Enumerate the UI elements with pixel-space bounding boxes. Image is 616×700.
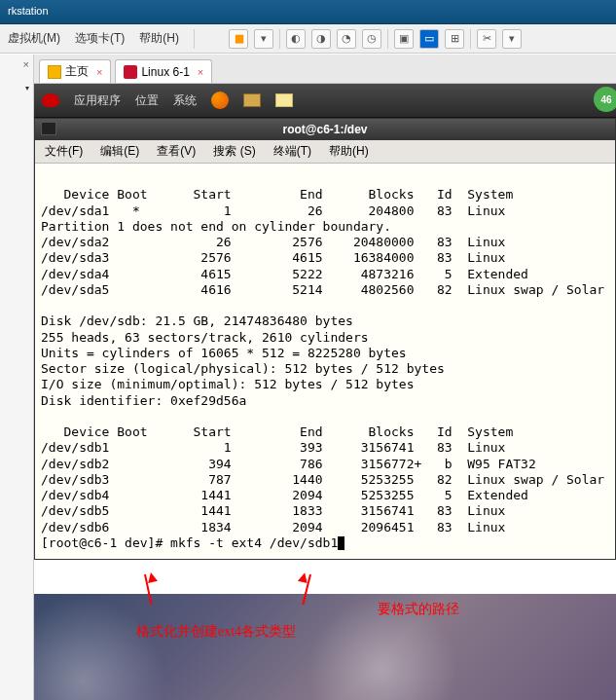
view-button[interactable]: ▣ — [394, 29, 414, 49]
close-icon[interactable]: × — [96, 66, 102, 78]
separator — [470, 29, 471, 49]
terminal-icon — [41, 122, 56, 135]
vmware-menu-bar: 虚拟机(M) 选项卡(T) 帮助(H) ▮▮ ▾ ◐ ◑ ◔ ◷ ▣ ▭ ⊞ ✂… — [0, 24, 616, 54]
notes-icon[interactable] — [275, 93, 293, 107]
terminal-title-bar[interactable]: root@c6-1:/dev — [35, 119, 615, 140]
terminal-menu-bar: 文件(F) 编辑(E) 查看(V) 搜索 (S) 终端(T) 帮助(H) — [35, 140, 615, 164]
nautilus-icon[interactable] — [243, 93, 261, 107]
title-text: rkstation — [8, 5, 49, 17]
manage-button[interactable]: ◷ — [362, 29, 381, 49]
gnome-panel: 应用程序 位置 系统 — [34, 84, 616, 118]
annotation-text-left: 格式化并创建ext4各式类型 — [136, 623, 296, 641]
term-menu-edit[interactable]: 编辑(E) — [100, 143, 139, 160]
clock-button[interactable]: ◔ — [337, 29, 356, 49]
badge-count: 46 — [600, 94, 611, 105]
expand-sidebar-icon[interactable]: ▾ — [25, 84, 29, 92]
separator — [387, 29, 388, 49]
revert-button[interactable]: ◑ — [311, 29, 331, 49]
tab-label: Linux 6-1 — [141, 65, 189, 79]
tab-linux[interactable]: Linux 6-1 × — [115, 59, 212, 83]
terminal-body[interactable]: Device Boot Start End Blocks Id System /… — [35, 164, 615, 559]
redhat-icon[interactable] — [42, 93, 59, 107]
term-menu-file[interactable]: 文件(F) — [45, 143, 83, 160]
term-menu-search[interactable]: 搜索 (S) — [213, 143, 255, 160]
terminal-window: root@c6-1:/dev 文件(F) 编辑(E) 查看(V) 搜索 (S) … — [34, 118, 616, 560]
menu-help[interactable]: 帮助(H) — [139, 30, 179, 47]
menu-tabs[interactable]: 选项卡(T) — [75, 30, 125, 47]
terminal-title-text: root@c6-1:/dev — [282, 123, 367, 136]
separator — [194, 29, 195, 49]
dropdown-arrow[interactable]: ▾ — [254, 29, 273, 49]
unity-button[interactable]: ⊞ — [445, 29, 464, 49]
annotation-arrow-left — [144, 574, 146, 606]
toolbar-icons: ▮▮ ▾ ◐ ◑ ◔ ◷ ▣ ▭ ⊞ ✂ ▾ — [229, 29, 522, 49]
settings-button[interactable]: ✂ — [477, 29, 496, 49]
tab-label: 主页 — [65, 63, 89, 80]
menu-system[interactable]: 系统 — [173, 92, 197, 109]
pause-button[interactable]: ▮▮ — [229, 29, 248, 49]
snapshot-button[interactable]: ◐ — [286, 29, 306, 49]
close-sidebar-icon[interactable]: × — [23, 58, 29, 70]
annotation-arrow-right — [309, 574, 311, 606]
close-icon[interactable]: × — [198, 66, 203, 78]
menu-applications[interactable]: 应用程序 — [74, 92, 121, 109]
tab-bar: 主页 × Linux 6-1 × — [34, 55, 616, 84]
sidebar-collapsed: × ▾ — [0, 55, 34, 700]
dropdown-arrow[interactable]: ▾ — [502, 29, 522, 49]
vm-icon — [124, 65, 137, 79]
menu-places[interactable]: 位置 — [135, 92, 159, 109]
vmware-title-bar: rkstation — [0, 0, 616, 24]
separator — [279, 29, 280, 49]
terminal-output: Device Boot Start End Blocks Id System /… — [41, 187, 604, 550]
home-icon — [48, 65, 61, 79]
fullscreen-button[interactable]: ▭ — [419, 29, 439, 49]
cursor — [338, 536, 344, 550]
notification-badge[interactable]: 46 — [594, 87, 616, 112]
term-menu-terminal[interactable]: 终端(T) — [273, 143, 311, 160]
desktop-wallpaper — [34, 594, 616, 700]
firefox-icon[interactable] — [211, 92, 229, 109]
tab-home[interactable]: 主页 × — [39, 59, 111, 83]
term-menu-help[interactable]: 帮助(H) — [329, 143, 369, 160]
term-menu-view[interactable]: 查看(V) — [157, 143, 196, 160]
menu-vm[interactable]: 虚拟机(M) — [8, 30, 60, 47]
annotation-text-right: 要格式的路径 — [378, 601, 459, 618]
